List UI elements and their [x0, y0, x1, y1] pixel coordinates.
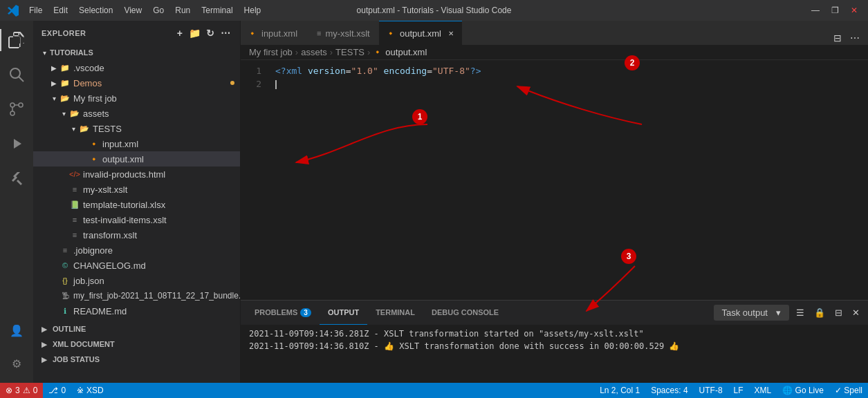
- myfirstjob-label: My first job: [73, 93, 117, 104]
- minimize-button[interactable]: —: [809, 3, 822, 17]
- tab-inputxml-label: input.xml: [261, 28, 297, 39]
- menu-bar[interactable]: File Edit Selection View Go Run Terminal…: [25, 4, 265, 17]
- status-xsd[interactable]: ※ XSD: [71, 383, 109, 398]
- panel-tab-debug[interactable]: DEBUG CONSOLE: [423, 301, 507, 325]
- tab-inputxml[interactable]: 🔸 input.xml: [241, 21, 310, 45]
- clear-output-icon[interactable]: ☰: [793, 306, 807, 319]
- debug-label: DEBUG CONSOLE: [432, 308, 499, 316]
- status-language[interactable]: XML: [749, 383, 777, 398]
- more-tabs-icon[interactable]: ⋯: [847, 31, 862, 45]
- maximize-button[interactable]: ❐: [828, 3, 842, 17]
- sidebar-item-bundle[interactable]: ▶ 🗜 my_first_job-2021_11_08T11_22_17_bun…: [33, 288, 240, 303]
- menu-help[interactable]: Help: [240, 4, 266, 17]
- sidebar-item-assets[interactable]: ▾ 📂 assets: [33, 106, 240, 121]
- panel-close-icon[interactable]: ✕: [849, 306, 862, 319]
- language-label: XML: [755, 386, 772, 395]
- status-spell[interactable]: ✓ Spell: [829, 383, 868, 398]
- sidebar-item-outputxml[interactable]: ▶ 🔸 output.xml: [33, 151, 240, 167]
- menu-edit[interactable]: Edit: [49, 4, 72, 17]
- sidebar-header-icons[interactable]: + 📁 ↻ ⋯: [176, 26, 232, 40]
- sidebar-item-changelog[interactable]: ▶ © CHANGELOG.md: [33, 258, 240, 273]
- activity-run-debug[interactable]: [0, 127, 33, 160]
- sidebar-item-myfirstjob[interactable]: ▾ 📂 My first job: [33, 91, 240, 106]
- sidebar-section-jobstatus[interactable]: ▶ JOB STATUS: [33, 352, 240, 367]
- arrow-assets: ▾: [58, 108, 69, 119]
- sidebar-item-transform[interactable]: ▶ ≡ transform.xslt: [33, 227, 240, 243]
- sidebar-item-tests[interactable]: ▾ 📂 TESTS: [33, 121, 240, 136]
- activity-settings[interactable]: ⚙: [0, 347, 33, 380]
- vscode-label: .vscode: [73, 63, 104, 73]
- status-golive[interactable]: 🌐 Go Live: [777, 383, 829, 398]
- activity-search[interactable]: [0, 58, 33, 91]
- lock-icon[interactable]: 🔒: [811, 306, 828, 319]
- sidebar-item-invalidproducts[interactable]: ▶ </> invalid-products.html: [33, 167, 240, 182]
- refresh-icon[interactable]: ↻: [205, 26, 216, 40]
- task-output-dropdown[interactable]: Task output ▾: [714, 305, 790, 321]
- activity-accounts[interactable]: 👤: [0, 314, 33, 347]
- svg-point-0: [10, 68, 20, 78]
- sidebar-item-testinvalid[interactable]: ▶ ≡ test-invalid-items.xslt: [33, 212, 240, 227]
- status-eol[interactable]: LF: [728, 383, 749, 398]
- menu-view[interactable]: View: [120, 4, 146, 17]
- new-folder-icon[interactable]: 📁: [187, 26, 203, 40]
- sidebar-header: Explorer + 📁 ↻ ⋯: [33, 21, 240, 45]
- sidebar-item-vscode[interactable]: ▶ 📁 .vscode: [33, 60, 240, 75]
- eol-label: LF: [734, 386, 744, 395]
- main-content: 👤 ⚙ Explorer + 📁 ↻ ⋯ ▾ TUTORIALS ▶ 📁: [0, 21, 868, 383]
- breadcrumb-tests[interactable]: TESTS: [335, 47, 364, 57]
- tabs-actions[interactable]: ⊟ ⋯: [831, 31, 868, 45]
- sidebar-item-jobignore[interactable]: ▶ ≡ .jobignore: [33, 243, 240, 258]
- tab-outputxml[interactable]: 🔸 output.xml ✕: [379, 21, 462, 45]
- editor-area: 🔸 input.xml ≡ my-xslt.xslt 🔸 output.xml …: [241, 21, 868, 383]
- collapse-all-icon[interactable]: ⋯: [219, 26, 232, 40]
- sidebar-item-jobjson[interactable]: ▶ {} job.json: [33, 273, 240, 288]
- status-right: Ln 2, Col 1 Spaces: 4 UTF-8 LF XML 🌐 Go …: [594, 383, 868, 398]
- tab-myxslt-icon: ≡: [317, 29, 321, 37]
- menu-run[interactable]: Run: [171, 4, 194, 17]
- status-position[interactable]: Ln 2, Col 1: [594, 383, 645, 398]
- menu-file[interactable]: File: [25, 4, 46, 17]
- problems-badge: 3: [300, 308, 311, 317]
- status-branch[interactable]: ⎇ 0: [43, 383, 71, 398]
- breadcrumb-assets[interactable]: assets: [301, 47, 327, 57]
- window-controls[interactable]: — ❐ ✕: [809, 3, 861, 17]
- sidebar-section-xmldoc[interactable]: ▶ XML DOCUMENT: [33, 337, 240, 352]
- file-xlsx-icon: 📗: [69, 199, 80, 210]
- activity-source-control[interactable]: [0, 93, 33, 126]
- code-area[interactable]: 1 2 <?xml version="1.0" encoding="UTF-8"…: [241, 60, 868, 300]
- sidebar-item-template[interactable]: ▶ 📗 template-tutorial.xlsx: [33, 197, 240, 212]
- panel-layout-icon[interactable]: ⊟: [832, 306, 845, 319]
- split-editor-icon[interactable]: ⊟: [831, 31, 844, 45]
- sidebar-item-myxslt[interactable]: ▶ ≡ my-xslt.xslt: [33, 182, 240, 197]
- panel-tab-terminal[interactable]: TERMINAL: [367, 301, 423, 325]
- menu-terminal[interactable]: Terminal: [197, 4, 237, 17]
- panel-tab-problems[interactable]: PROBLEMS 3: [246, 301, 320, 325]
- title-bar-left: File Edit Selection View Go Run Terminal…: [7, 4, 265, 17]
- tab-myxslt[interactable]: ≡ my-xslt.xslt: [310, 21, 379, 45]
- status-spaces[interactable]: Spaces: 4: [645, 383, 693, 398]
- code-content[interactable]: <?xml version="1.0" encoding="UTF-8"?>: [268, 60, 868, 300]
- file-jobignore-icon: ≡: [59, 245, 71, 256]
- breadcrumb-root[interactable]: My first job: [249, 47, 293, 57]
- activity-extensions[interactable]: [0, 162, 33, 195]
- sidebar-section-outline[interactable]: ▶ OUTLINE: [33, 321, 240, 337]
- close-button[interactable]: ✕: [847, 3, 861, 17]
- activity-explorer[interactable]: [0, 23, 33, 57]
- sidebar-item-tutorials[interactable]: ▾ TUTORIALS: [33, 45, 240, 60]
- panel-tab-output[interactable]: OUTPUT: [320, 301, 367, 325]
- status-encoding[interactable]: UTF-8: [694, 383, 728, 398]
- position-label: Ln 2, Col 1: [600, 386, 640, 395]
- svg-point-3: [19, 103, 23, 107]
- menu-selection[interactable]: Selection: [75, 4, 117, 17]
- sidebar-item-demos[interactable]: ▶ 📁 Demos: [33, 75, 240, 91]
- tab-close-button[interactable]: ✕: [447, 28, 455, 39]
- status-errors[interactable]: ⊗ 3 ⚠ 0: [0, 383, 43, 398]
- jobignore-label: .jobignore: [73, 245, 113, 256]
- sidebar-item-inputxml[interactable]: ▶ 🔸 input.xml: [33, 136, 240, 151]
- new-file-icon[interactable]: +: [176, 26, 185, 40]
- invalidproducts-label: invalid-products.html: [83, 169, 165, 180]
- menu-go[interactable]: Go: [149, 4, 168, 17]
- arrow-outline: ▶: [39, 323, 50, 334]
- sidebar-item-readme[interactable]: ▶ ℹ README.md: [33, 303, 240, 319]
- panel-actions[interactable]: Task output ▾ ☰ 🔒 ⊟ ✕: [714, 305, 863, 321]
